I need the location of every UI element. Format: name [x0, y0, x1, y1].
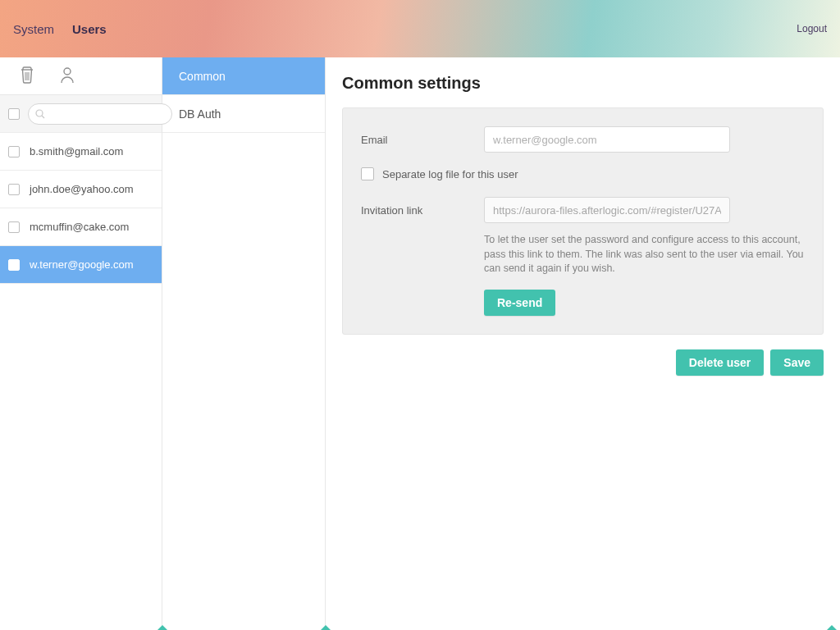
save-button[interactable]: Save — [770, 349, 824, 376]
user-list-item[interactable]: mcmuffin@cake.com — [0, 208, 162, 246]
nav-users[interactable]: Users — [72, 22, 107, 36]
subnav-common[interactable]: Common — [162, 57, 325, 95]
user-list-item[interactable]: w.terner@google.com — [0, 246, 162, 284]
resize-handle-icon — [158, 625, 167, 630]
user-checkbox[interactable] — [8, 221, 20, 233]
search-icon — [35, 109, 45, 119]
user-email: w.terner@google.com — [30, 258, 134, 271]
delete-user-button[interactable]: Delete user — [676, 349, 764, 376]
user-list-panel: b.smith@gmail.com john.doe@yahoo.com mcm… — [0, 57, 162, 630]
svg-point-1 — [36, 110, 43, 116]
user-checkbox[interactable] — [8, 184, 20, 195]
email-input[interactable] — [484, 126, 730, 153]
resize-handle-icon — [321, 625, 331, 630]
user-list-item[interactable]: john.doe@yahoo.com — [0, 171, 162, 208]
header: System Users Logout — [0, 0, 840, 57]
settings-subnav: Common DB Auth — [162, 57, 326, 630]
invite-help-text: To let the user set the password and con… — [484, 233, 805, 276]
logfile-checkbox[interactable] — [361, 167, 374, 180]
logfile-label: Separate log file for this user — [382, 168, 518, 180]
invite-label: Invitation link — [361, 204, 484, 217]
user-email: john.doe@yahoo.com — [30, 183, 134, 195]
user-checkbox[interactable] — [8, 259, 20, 271]
trash-icon[interactable] — [20, 66, 34, 87]
subnav-dbauth[interactable]: DB Auth — [162, 95, 325, 133]
settings-panel: Email Separate log file for this user In… — [342, 107, 824, 335]
select-all-checkbox[interactable] — [8, 108, 20, 120]
user-list-toolbar — [0, 57, 162, 95]
user-email: mcmuffin@cake.com — [30, 221, 129, 233]
user-search-input[interactable] — [28, 103, 172, 125]
resend-button[interactable]: Re-send — [484, 290, 555, 316]
nav-system[interactable]: System — [13, 22, 54, 36]
user-checkbox[interactable] — [8, 146, 20, 158]
user-icon[interactable] — [59, 66, 75, 87]
user-search-row — [0, 95, 162, 133]
email-label: Email — [361, 134, 484, 146]
user-email: b.smith@gmail.com — [30, 145, 123, 158]
logout-link[interactable]: Logout — [797, 23, 827, 34]
svg-point-0 — [64, 68, 71, 75]
resize-handle-icon — [827, 625, 837, 630]
user-list-item[interactable]: b.smith@gmail.com — [0, 133, 162, 171]
invite-input[interactable] — [484, 197, 730, 223]
main: b.smith@gmail.com john.doe@yahoo.com mcm… — [0, 57, 840, 630]
settings-content: Common settings Email Separate log file … — [326, 57, 840, 630]
page-title: Common settings — [342, 74, 824, 93]
